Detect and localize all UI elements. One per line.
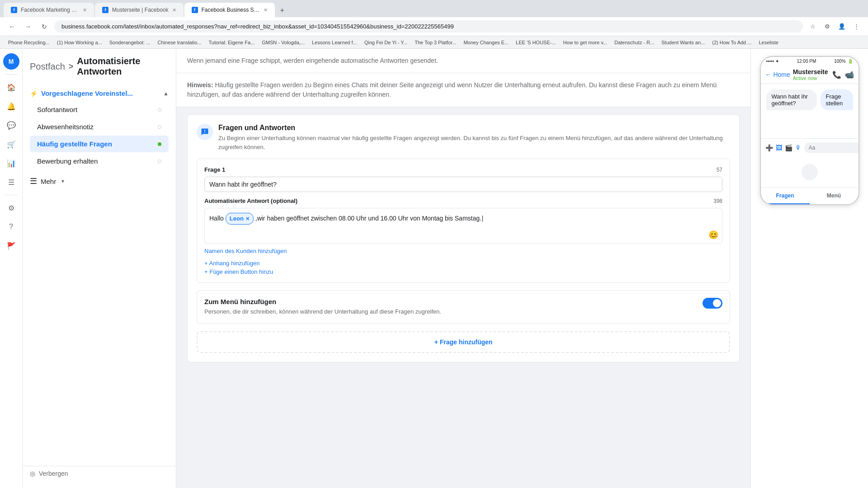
forward-button[interactable]: →: [22, 20, 34, 33]
bookmark-6[interactable]: GMSN - Vologda,...: [259, 39, 307, 46]
sidebar-item-bewerbung[interactable]: Bewerbung erhalten: [30, 153, 169, 169]
hint-text: Hinweis: Häufig gestellte Fragen werden …: [187, 80, 740, 99]
emoji-button[interactable]: 😊: [708, 230, 718, 240]
sidebar-icon-more[interactable]: ☰: [3, 174, 19, 190]
phone-tab-fragen[interactable]: Fragen: [761, 188, 810, 204]
bookmark-11[interactable]: LEE 'S HOUSE-...: [513, 39, 558, 46]
sidebar-item-abwesenheit-label: Abwesenheitsnotiz: [37, 123, 94, 131]
tag-label: Leon: [230, 214, 244, 223]
phone-text-input[interactable]: [804, 142, 859, 153]
bookmark-1[interactable]: Phone Recycling...: [5, 39, 52, 46]
bookmark-10[interactable]: Money Changes E...: [461, 39, 511, 46]
lightning-icon: ⚡: [30, 90, 38, 97]
tag-close-icon[interactable]: ✕: [245, 215, 250, 223]
add-attachment-link[interactable]: + Anhang hinzufügen: [204, 260, 722, 267]
tab-close-2[interactable]: ✕: [172, 7, 176, 13]
menu-button[interactable]: ⋮: [850, 20, 863, 33]
loading-circle: [802, 164, 818, 180]
phone-loading: [761, 157, 859, 188]
avatar[interactable]: M: [3, 53, 19, 70]
hide-button[interactable]: ◎ Verbergen: [30, 470, 169, 477]
answer-box[interactable]: Hallo Leon ✕ ,wir haben geöffnet zwische…: [204, 208, 722, 244]
sidebar-item-bewerbung-label: Bewerbung erhalten: [37, 157, 98, 165]
more-chevron-icon: ▾: [61, 178, 64, 184]
chat-bubble-button[interactable]: Frage stellen: [821, 89, 853, 110]
phone-back-button[interactable]: ← Home: [765, 71, 790, 78]
phone-back-label: Home: [773, 71, 790, 78]
bookmark-13[interactable]: Datenschutz - R...: [612, 39, 657, 46]
bookmark-5[interactable]: Tutorial: Eigene Fa...: [206, 39, 258, 46]
sidebar-icon-chart[interactable]: 📊: [3, 155, 19, 171]
add-name-link[interactable]: Namen des Kunden hinzufügen: [204, 248, 722, 254]
phone-image-icon[interactable]: 🖼: [776, 144, 782, 151]
bookmark-16[interactable]: Leseliste: [756, 39, 781, 46]
question-label: Frage 1: [204, 166, 225, 173]
phone-gif-icon[interactable]: 🎬: [785, 144, 793, 151]
bookmark-9[interactable]: The Top 3 Platfor...: [412, 39, 459, 46]
phone-status-bar: ••••• ✦ 12:00 PM 100% 🔋: [761, 57, 859, 66]
sidebar-section-title-label: Vorgeschlagene Voreinstel...: [41, 89, 133, 97]
sidebar-icon-settings[interactable]: ⚙: [3, 200, 19, 216]
answer-text: Hallo Leon ✕ ,wir haben geöffnet zwische…: [209, 213, 717, 225]
back-button[interactable]: ←: [5, 20, 18, 33]
sidebar-icon-shop[interactable]: 🛒: [3, 136, 19, 152]
sidebar-section-header[interactable]: ⚡ Vorgeschlagene Voreinstel... ▲: [26, 86, 172, 101]
phone-frame: ••••• ✦ 12:00 PM 100% 🔋 ← Home Mustersei…: [760, 56, 859, 205]
bookmark-7[interactable]: Lessons Learned f...: [309, 39, 360, 46]
sidebar-item-sofortantwort-label: Sofortantwort: [37, 106, 77, 113]
tab-close-1[interactable]: ✕: [83, 7, 87, 13]
sidebar-item-bewerbung-dot: [158, 160, 161, 163]
phone-mic-icon[interactable]: 🎙: [795, 144, 802, 151]
sidebar-icon-flag[interactable]: 🚩: [3, 238, 19, 254]
bookmark-14[interactable]: Student Wants an...: [659, 39, 708, 46]
tab-3[interactable]: f Facebook Business Suite ✕: [184, 3, 275, 17]
add-button-link[interactable]: + Füge einen Button hinzu: [204, 268, 722, 275]
phone-signal: ••••• ✦: [766, 59, 779, 64]
phone-nav-bar: ← Home Musterseite Active now 📞 📹: [761, 66, 859, 84]
sidebar-icon-message[interactable]: 💬: [3, 117, 19, 133]
bookmark-8[interactable]: Qing Fei De Yi - Y...: [362, 39, 410, 46]
collapse-button[interactable]: ▲: [163, 90, 169, 97]
chat-bubble-question: Wann habt ihr geöffnet?: [766, 89, 817, 110]
answer-label-row: Automatisierte Antwort (optional) 398: [204, 197, 722, 204]
sidebar-icon-alert[interactable]: 🔔: [3, 98, 19, 114]
breadcrumb-link[interactable]: Postfach: [30, 61, 65, 72]
answer-char-count: 398: [713, 198, 722, 204]
sidebar-icon-help[interactable]: ?: [3, 219, 19, 235]
sidebar-item-sofortantwort[interactable]: Sofortantwort: [30, 101, 169, 118]
sidebar-item-abwesenheit-dot: [158, 125, 161, 129]
extensions-button[interactable]: ⚙: [821, 20, 834, 33]
bookmark-15[interactable]: (2) How To Add ...: [709, 39, 754, 46]
bookmark-button[interactable]: ☆: [807, 20, 819, 33]
new-tab-button[interactable]: +: [276, 4, 289, 17]
bookmark-12[interactable]: How to get more v...: [560, 39, 610, 46]
url-bar[interactable]: [54, 20, 803, 33]
phone-call-icon[interactable]: 📞: [832, 70, 841, 79]
phone-video-icon[interactable]: 📹: [845, 70, 854, 79]
toggle-info: Zum Menü hinzufügen Personen, die dir sc…: [204, 298, 695, 316]
bookmark-3[interactable]: Sonderangebot: ...: [107, 39, 153, 46]
name-tag-chip[interactable]: Leon ✕: [226, 213, 254, 225]
toggle-switch[interactable]: [703, 298, 722, 309]
bookmark-4[interactable]: Chinese translatio...: [155, 39, 204, 46]
sidebar-icon-home[interactable]: 🏠: [3, 79, 19, 95]
tab-2[interactable]: f Musterseite | Facebook ✕: [95, 3, 184, 17]
bookmark-2[interactable]: (1) How Working a...: [54, 39, 105, 46]
battery-icon: 🔋: [848, 59, 853, 64]
add-question-button[interactable]: + Frage hinzufügen: [197, 331, 730, 353]
sidebar-item-abwesenheit[interactable]: Abwesenheitsnotiz: [30, 118, 169, 135]
question-input[interactable]: [204, 177, 722, 192]
faq-card: Fragen und Antworten Zu Beginn einer Unt…: [187, 114, 740, 362]
tab-close-3[interactable]: ✕: [264, 7, 268, 13]
sidebar-more[interactable]: ☰ Mehr ▾: [23, 172, 176, 191]
profile-button[interactable]: 👤: [835, 20, 848, 33]
reload-button[interactable]: ↻: [38, 20, 51, 33]
phone-chat-area: Wann habt ihr geöffnet? Frage stellen: [761, 84, 859, 138]
phone-tab-menue[interactable]: Menü: [810, 188, 859, 204]
tab-1[interactable]: f Facebook Marketing & Werbe... ✕: [4, 3, 94, 17]
sidebar-item-faq[interactable]: Häufig gestellte Fragen: [30, 136, 169, 152]
sidebar-item-sofortantwort-dot: [158, 108, 161, 112]
add-question-label: + Frage hinzufügen: [434, 338, 493, 346]
phone-plus-icon[interactable]: ➕: [765, 144, 773, 151]
notice-text: Wenn jemand eine Frage schippt, werden e…: [187, 56, 740, 66]
